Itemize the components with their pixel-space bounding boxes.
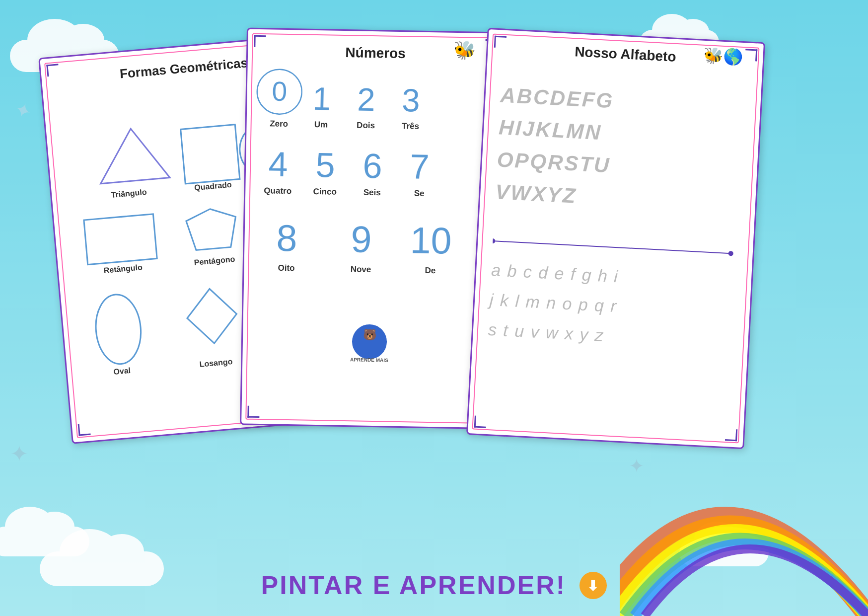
svg-text:HIJKLMN: HIJKLMN (498, 115, 602, 144)
svg-point-12 (93, 293, 144, 366)
svg-text:0: 0 (272, 76, 288, 107)
card-numeros: Números 🐝 0 1 2 3 Zero Um Dois Três 4 5 … (240, 28, 505, 430)
svg-text:6: 6 (362, 147, 382, 186)
svg-text:Oito: Oito (278, 263, 294, 273)
svg-text:j k l m n o p q r: j k l m n o p q r (487, 290, 618, 316)
svg-rect-6 (84, 214, 157, 265)
numbers-svg: 0 1 2 3 Zero Um Dois Três 4 5 6 7 Quatro… (244, 62, 499, 414)
svg-text:s t u v w x y z: s t u v w x y z (488, 320, 605, 345)
bottom-cta: PINTAR E APRENDER! (0, 570, 868, 601)
svg-text:Seis: Seis (363, 188, 381, 198)
svg-marker-0 (96, 126, 170, 184)
svg-text:3: 3 (402, 82, 420, 119)
uppercase-svg: ABCDEFG HIJKLMN OPQRSTU VWXYZ (488, 67, 755, 249)
svg-text:5: 5 (315, 146, 335, 185)
svg-text:APRENDE MAIS: APRENDE MAIS (350, 357, 388, 363)
svg-point-48 (493, 238, 496, 244)
svg-marker-13 (185, 287, 239, 345)
svg-text:🐻: 🐻 (363, 328, 377, 341)
svg-text:Três: Três (402, 121, 419, 131)
card2-title-text: Números (345, 45, 406, 61)
card3-bee: 🐝🌎 (703, 46, 744, 67)
svg-text:Zero: Zero (270, 119, 288, 129)
lowercase-alphabet: a b c d e f g h i j k l m n o p q r s t … (479, 246, 742, 430)
svg-rect-1 (181, 125, 240, 184)
lowercase-svg: a b c d e f g h i j k l m n o p q r s t … (479, 246, 745, 428)
svg-text:8: 8 (276, 217, 297, 259)
card2-bee: 🐝 (453, 40, 476, 61)
cards-area: Formas Geométricas 🐝🌎 Triângulo Quadrado… (30, 20, 838, 537)
svg-text:7: 7 (410, 147, 430, 186)
svg-text:OPQRSTU: OPQRSTU (497, 148, 611, 177)
svg-text:Dois: Dois (357, 120, 375, 130)
svg-text:Se: Se (414, 188, 425, 198)
svg-text:De: De (425, 266, 436, 275)
svg-text:ABCDEFG: ABCDEFG (500, 83, 615, 112)
svg-text:1: 1 (312, 80, 331, 117)
svg-point-49 (728, 251, 733, 256)
svg-text:Retângulo: Retângulo (103, 263, 143, 275)
svg-text:2: 2 (357, 81, 375, 118)
svg-text:Quatro: Quatro (264, 186, 291, 196)
starfish-left: ✦ (10, 441, 29, 467)
download-icon[interactable] (579, 572, 607, 599)
svg-text:Pentágono: Pentágono (194, 255, 235, 267)
svg-text:4: 4 (268, 145, 288, 184)
svg-text:Um: Um (314, 120, 328, 129)
svg-text:Cinco: Cinco (313, 187, 337, 197)
card3-corner-br (725, 429, 737, 441)
svg-text:10: 10 (410, 219, 452, 261)
svg-text:Oval: Oval (113, 366, 131, 376)
bottom-text: PINTAR E APRENDER! (261, 571, 566, 600)
card-alfabeto: Nosso Alfabeto 🐝🌎 ABCDEFG HIJKLMN OPQRST… (466, 28, 765, 449)
svg-text:a b c d e f g h i: a b c d e f g h i (491, 260, 619, 286)
svg-text:Losango: Losango (199, 357, 233, 369)
svg-text:9: 9 (351, 218, 372, 260)
svg-text:Triângulo: Triângulo (111, 188, 147, 199)
svg-text:VWXYZ: VWXYZ (495, 180, 578, 208)
svg-marker-7 (185, 207, 238, 250)
uppercase-alphabet: ABCDEFG HIJKLMN OPQRSTU VWXYZ (488, 67, 752, 251)
svg-text:Nove: Nove (351, 264, 371, 274)
card3-corner-bl (474, 416, 487, 428)
